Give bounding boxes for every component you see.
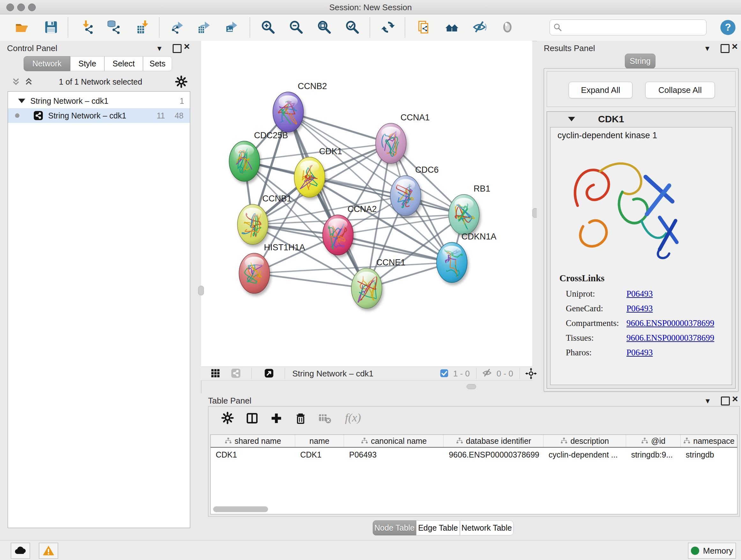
column-header-database-identifier[interactable]: database identifier (444, 435, 543, 447)
tab-network-table[interactable]: Network Table (460, 520, 514, 536)
shared-column-icon (456, 437, 463, 445)
selected-checkbox-icon[interactable] (440, 369, 449, 378)
close-panel-icon[interactable]: × (184, 42, 190, 51)
collapse-all-button[interactable]: Collapse All (645, 82, 715, 98)
import-table-from-file-icon[interactable] (135, 19, 151, 36)
table-cell[interactable]: stringdb:9... (626, 448, 681, 462)
gene-section-header[interactable]: CDK1 (547, 112, 735, 126)
network-node-CCNB2[interactable]: CCNB2 (273, 81, 327, 132)
table-cell[interactable]: CDK1 (211, 448, 295, 462)
share-view-icon[interactable] (230, 368, 242, 379)
hide-unselected-icon[interactable] (471, 19, 488, 36)
network-node-CDC25B[interactable]: CDC25B (229, 131, 288, 181)
memory-button[interactable]: Memory (688, 543, 736, 559)
table-cell[interactable]: CDK1 (295, 448, 344, 462)
close-panel-icon[interactable]: × (732, 42, 738, 51)
tab-node-table[interactable]: Node Table (373, 520, 416, 536)
tab-select[interactable]: Select (105, 56, 143, 71)
table-row[interactable]: CDK1CDK1P064939606.ENSP00000378699cyclin… (211, 448, 737, 462)
table-cell[interactable]: stringdb (681, 448, 737, 462)
float-panel-icon[interactable] (721, 44, 730, 53)
network-node-HIST1H1A[interactable]: HIST1H1A (239, 243, 305, 294)
network-edge-CCNB2-CCNA1[interactable] (288, 112, 391, 143)
network-collection-row[interactable]: String Network – cdk1 1 (8, 94, 190, 108)
save-session-icon[interactable] (43, 19, 59, 36)
tab-network[interactable]: Network (23, 56, 70, 71)
network-options-gear-icon[interactable] (175, 75, 188, 88)
collapse-panel-icon[interactable]: ▾ (157, 44, 161, 52)
network-node-CDKN1A[interactable]: CDKN1A (436, 232, 496, 283)
table-cell[interactable]: cyclin-dependent ... (543, 448, 626, 462)
network-node-CDC6[interactable]: CDC6 (390, 165, 439, 216)
network-from-document-icon[interactable] (415, 19, 432, 36)
add-column-icon[interactable] (270, 412, 284, 426)
collection-expander-icon[interactable] (18, 99, 25, 103)
pan-crosshair-icon[interactable] (525, 368, 537, 379)
collapse-panel-icon[interactable]: ▾ (705, 44, 710, 52)
shared-column-icon (360, 437, 368, 445)
birdseye-view-icon[interactable] (264, 368, 275, 379)
crosslink-link[interactable]: 9606.ENSP00000378699 (626, 333, 714, 343)
crosslink-link[interactable]: P06493 (626, 348, 653, 358)
tab-style[interactable]: Style (70, 56, 105, 71)
show-columns-icon[interactable] (246, 412, 260, 426)
expand-all-button[interactable]: Expand All (569, 82, 632, 98)
export-table-icon[interactable] (196, 19, 212, 36)
warnings-button[interactable] (39, 543, 58, 559)
zoom-in-icon[interactable] (260, 19, 276, 36)
toolbar-separator (250, 17, 250, 37)
network-row[interactable]: String Network – cdk1 11 48 (8, 108, 190, 123)
help-button[interactable]: ? (719, 19, 737, 36)
grid-view-icon[interactable] (210, 368, 221, 379)
network-node-CCNE1[interactable]: CCNE1 (351, 258, 406, 308)
zoom-fit-icon[interactable] (316, 19, 333, 36)
network-edge-CCNE1-HIST1H1A[interactable] (254, 273, 367, 288)
column-header-description[interactable]: description (543, 435, 626, 447)
network-canvas[interactable]: CCNB2CCNA1CDC25BCDK1CDC6RB1CCNB1CCNA2CDK… (201, 41, 532, 367)
float-panel-icon[interactable] (173, 44, 182, 53)
column-header-shared-name[interactable]: shared name (211, 435, 295, 447)
search-box[interactable] (549, 19, 706, 36)
hidden-eye-icon[interactable] (482, 368, 493, 379)
open-session-icon[interactable] (13, 19, 30, 36)
crosslink-link[interactable]: P06493 (626, 289, 653, 299)
cloud-status-button[interactable] (11, 543, 30, 559)
horizontal-splitter-handle[interactable] (467, 384, 476, 389)
left-splitter-handle[interactable] (198, 286, 204, 295)
export-image-icon[interactable] (223, 19, 240, 36)
tab-edge-table[interactable]: Edge Table (416, 520, 460, 536)
zoom-selected-icon[interactable] (344, 19, 360, 36)
zoom-out-icon[interactable] (288, 19, 305, 36)
delete-column-icon[interactable] (294, 412, 309, 426)
show-all-icon[interactable] (499, 19, 516, 36)
crosslink-link[interactable]: P06493 (626, 304, 653, 314)
gene-expander-icon[interactable] (568, 117, 575, 121)
tab-string[interactable]: String (625, 54, 656, 69)
crosslink-label: Tissues: (566, 333, 594, 343)
table-cell[interactable]: 9606.ENSP00000378699 (444, 448, 543, 462)
crosslink-row: Uniprot:P06493 (550, 289, 732, 304)
tab-sets[interactable]: Sets (143, 56, 172, 71)
control-panel-header: Control Panel ▾ × (0, 41, 201, 55)
table-settings-gear-icon[interactable] (221, 412, 236, 426)
home-icon[interactable] (444, 19, 460, 36)
close-panel-icon[interactable]: × (732, 395, 738, 403)
table-cell[interactable]: P06493 (344, 448, 444, 462)
column-label: namespace (693, 436, 734, 446)
column-header-name[interactable]: name (295, 435, 344, 447)
export-network-icon[interactable] (169, 19, 186, 36)
network-node-RB1[interactable]: RB1 (449, 184, 490, 235)
crosslink-link[interactable]: 9606.ENSP00000378699 (626, 318, 714, 328)
import-network-from-database-icon[interactable] (105, 19, 122, 36)
refresh-view-icon[interactable] (380, 19, 396, 36)
import-network-from-file-icon[interactable] (78, 19, 95, 36)
collapse-panel-icon[interactable]: ▾ (705, 396, 710, 405)
search-input[interactable] (562, 23, 703, 32)
network-edge-CCNB2-CCNE1[interactable] (288, 112, 367, 288)
network-node-CCNA1[interactable]: CCNA1 (376, 113, 430, 164)
column-header-canonical-name[interactable]: canonical name (344, 435, 444, 447)
column-header-namespace[interactable]: namespace (681, 435, 737, 447)
table-horizontal-scrollbar[interactable] (213, 506, 268, 512)
column-header-@id[interactable]: @id (626, 435, 681, 447)
float-panel-icon[interactable] (721, 396, 730, 406)
